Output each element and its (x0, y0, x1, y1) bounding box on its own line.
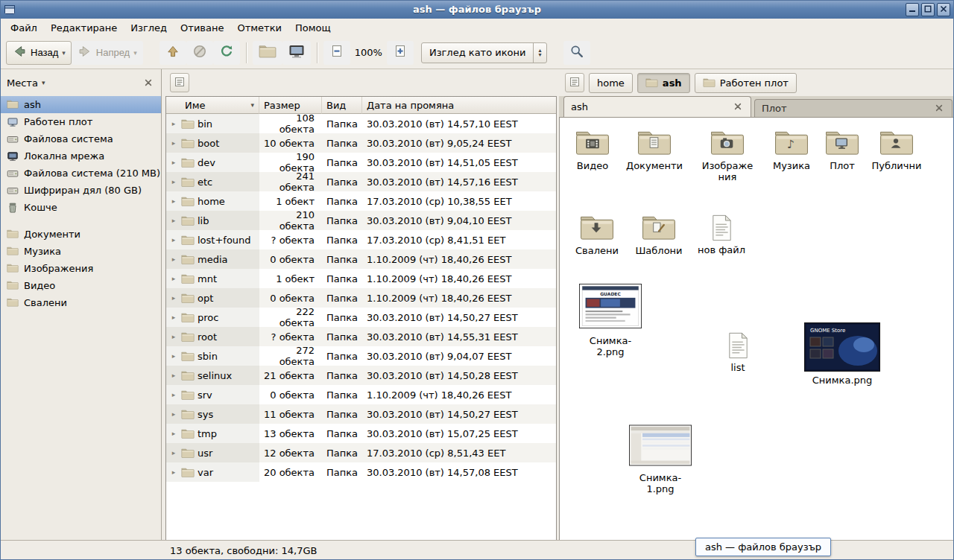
sidebar-item[interactable]: Работен плот (0, 113, 161, 130)
zoom-out-button[interactable] (323, 41, 350, 65)
path-button-home[interactable]: home (589, 73, 633, 93)
table-row[interactable]: ▸lost+found? обектаПапка17.03.2010 (ср) … (166, 230, 556, 249)
expander-icon[interactable]: ▸ (169, 449, 178, 456)
table-row[interactable]: ▸usr12 обектаПапка17.03.2010 (ср) 8,51,4… (166, 443, 556, 462)
computer-button[interactable] (282, 41, 311, 65)
expander-icon[interactable]: ▸ (169, 294, 178, 302)
expander-icon[interactable]: ▸ (169, 352, 178, 360)
path-button-Работен плот[interactable]: Работен плот (695, 73, 797, 93)
icon-view-item[interactable]: Снимка-1.png (629, 421, 692, 494)
minimize-button[interactable] (906, 3, 919, 16)
icon-view-item[interactable]: Документи (623, 128, 686, 172)
view-mode-select[interactable]: Изглед като икони ▴▾ (421, 42, 547, 63)
icon-view-item[interactable]: Видео (561, 128, 624, 172)
reload-button[interactable] (213, 41, 240, 65)
sidebar-title[interactable]: Места (7, 77, 38, 89)
tab-close-button[interactable] (933, 103, 945, 115)
forward-history-chevron-icon[interactable]: ▾ (133, 49, 137, 57)
sidebar-item[interactable]: Локална мрежа (0, 147, 161, 165)
expander-icon[interactable]: ▸ (169, 333, 178, 340)
icon-view-item[interactable]: нов файл (690, 214, 753, 256)
stop-button[interactable] (186, 41, 213, 65)
close-button[interactable] (937, 3, 950, 16)
table-row[interactable]: ▸selinux21 обектаПапка30.03.2010 (вт) 14… (166, 366, 556, 385)
sidebar-item[interactable]: Файлова система (210 MB) (0, 165, 161, 182)
column-header-type[interactable]: Вид (322, 97, 362, 114)
menu-item-2[interactable]: Изглед (124, 20, 174, 36)
expander-icon[interactable]: ▸ (169, 275, 178, 282)
expander-icon[interactable]: ▸ (169, 255, 178, 263)
table-row[interactable]: ▸var20 обектаПапка30.03.2010 (вт) 14,57,… (166, 462, 556, 482)
path-button-ash[interactable]: ash (637, 73, 690, 93)
sidebar-item[interactable]: ash (0, 96, 161, 113)
maximize-button[interactable] (921, 3, 935, 16)
sidebar-dropdown-icon[interactable]: ▾ (42, 79, 45, 86)
expander-icon[interactable]: ▸ (169, 217, 178, 224)
menu-item-1[interactable]: Редактиране (44, 20, 124, 36)
table-row[interactable]: ▸tmp13 обектаПапка30.03.2010 (вт) 15,07,… (166, 424, 556, 443)
tab-close-button[interactable] (732, 101, 744, 113)
table-row[interactable]: ▸etc241 обектаПапка30.03.2010 (вт) 14,57… (166, 172, 556, 191)
tab-Плот[interactable]: Плот (754, 99, 953, 117)
icon-view-item[interactable]: Изображения (701, 128, 754, 182)
expander-icon[interactable]: ▸ (169, 468, 178, 476)
expander-icon[interactable]: ▸ (169, 178, 178, 185)
search-button[interactable] (563, 41, 590, 65)
sidebar-item[interactable]: Кошче (0, 199, 161, 216)
table-row[interactable]: ▸root? обектаПапка30.03.2010 (вт) 14,55,… (166, 327, 556, 346)
back-button[interactable]: Назад ▾ (6, 41, 72, 65)
menu-item-3[interactable]: Отиване (174, 20, 230, 36)
back-history-chevron-icon[interactable]: ▾ (62, 49, 66, 57)
up-button[interactable] (159, 41, 186, 65)
sidebar-item[interactable]: Свалени (0, 294, 161, 311)
icon-view-item[interactable]: GUADECСнимка-2.png (579, 280, 642, 357)
table-row[interactable]: ▸opt0 обектаПапка1.10.2009 (чт) 18,40,26… (166, 288, 556, 308)
table-row[interactable]: ▸boot10 обектаПапка30.03.2010 (вт) 9,05,… (166, 133, 556, 153)
sidebar-item[interactable]: Изображения (0, 260, 161, 277)
expander-icon[interactable]: ▸ (169, 372, 178, 379)
icon-view-item[interactable]: Публични (865, 128, 928, 172)
icon-view[interactable]: ВидеоДокументиИзображения♪МузикаПлотПубл… (559, 118, 954, 540)
expander-icon[interactable]: ▸ (169, 159, 178, 166)
column-header-size[interactable]: Размер (259, 97, 322, 114)
sidebar-item[interactable]: Видео (0, 277, 161, 294)
icon-view-item[interactable]: GNOME StoreСнимка.png (801, 322, 883, 386)
table-row[interactable]: ▸sys11 обектаПапка30.03.2010 (вт) 14,50,… (166, 404, 556, 424)
column-header-name[interactable]: Име ▾ (166, 97, 259, 114)
location-toggle-button[interactable] (565, 73, 584, 92)
tab-ash[interactable]: ash (563, 96, 751, 117)
icon-view-item[interactable]: Свалени (566, 213, 628, 257)
menu-item-0[interactable]: Файл (4, 20, 44, 36)
expander-icon[interactable]: ▸ (169, 430, 178, 437)
table-row[interactable]: ▸home1 обектПапка17.03.2010 (ср) 10,38,5… (166, 191, 556, 211)
sidebar-item[interactable]: Музика (0, 243, 161, 260)
sidebar-item[interactable]: Файлова система (0, 130, 161, 147)
titlebar[interactable]: ash — файлов браузър (0, 0, 954, 19)
home-button[interactable] (253, 41, 282, 65)
expander-icon[interactable]: ▸ (169, 197, 178, 205)
icon-view-item[interactable]: list (707, 332, 769, 374)
table-row[interactable]: ▸dev190 обектаПапка30.03.2010 (вт) 14,51… (166, 153, 556, 172)
expander-icon[interactable]: ▸ (169, 236, 178, 244)
expander-icon[interactable]: ▸ (169, 314, 178, 321)
menu-item-4[interactable]: Отметки (230, 20, 288, 36)
icon-view-item[interactable]: Плот (811, 128, 874, 172)
table-row[interactable]: ▸srv0 обектаПапка1.10.2009 (чт) 18,40,26… (166, 385, 556, 404)
table-row[interactable]: ▸sbin272 обектаПапка30.03.2010 (вт) 9,04… (166, 346, 556, 366)
sidebar-item[interactable]: Шифриран дял (80 GB) (0, 182, 161, 199)
expander-icon[interactable]: ▸ (169, 391, 178, 398)
sidebar-close-button[interactable] (142, 77, 154, 89)
menu-item-5[interactable]: Помощ (288, 20, 338, 36)
expander-icon[interactable]: ▸ (169, 139, 178, 147)
table-row[interactable]: ▸bin108 обектаПапка30.03.2010 (вт) 14,57… (166, 114, 556, 133)
expander-icon[interactable]: ▸ (169, 120, 178, 127)
forward-button[interactable]: Напред ▾ (72, 41, 143, 65)
location-toggle-button[interactable] (170, 73, 189, 92)
zoom-in-button[interactable] (387, 41, 414, 65)
table-row[interactable]: ▸media0 обектаПапка1.10.2009 (чт) 18,40,… (166, 249, 556, 269)
taskbar-window-button[interactable]: ash — файлов браузър (695, 538, 831, 556)
expander-icon[interactable]: ▸ (169, 410, 178, 418)
table-row[interactable]: ▸lib210 обектаПапка30.03.2010 (вт) 9,04,… (166, 211, 556, 230)
sidebar-item[interactable]: Документи (0, 226, 161, 243)
icon-view-item[interactable]: Шаблони (628, 213, 690, 257)
